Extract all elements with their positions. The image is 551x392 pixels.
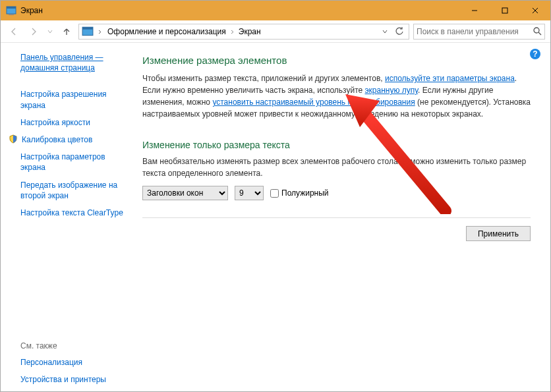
svg-rect-8 [82,27,93,29]
svg-line-10 [538,32,541,35]
para-1: Чтобы изменить размер текста, приложений… [142,72,531,120]
back-button[interactable] [6,24,22,40]
apply-button[interactable]: Применить [466,226,531,241]
breadcrumb-seg-1[interactable]: Оформление и персонализация [105,26,229,38]
content: ? Изменение размера элементов Чтобы изме… [136,43,550,391]
breadcrumb: Оформление и персонализация Экран [105,26,264,38]
bold-checkbox-label[interactable]: Полужирный [270,188,329,198]
refresh-button[interactable] [393,25,406,38]
sidebar-item-cleartype[interactable]: Настройка текста ClearType [20,208,129,218]
arrow-up-icon [62,27,71,36]
sidebar: Панель управления — домашняя страница На… [1,43,136,391]
sidebar-item-project[interactable]: Передать изображение на второй экран [20,180,129,201]
shield-icon [9,134,18,144]
svg-rect-4 [502,8,508,13]
chevron-down-icon [47,29,53,34]
close-icon [532,7,538,14]
link-custom-scaling[interactable]: установить настраиваемый уровень масштаб… [212,98,415,107]
bold-checkbox[interactable] [270,189,279,198]
window-title: Экран [20,6,43,15]
control-panel-icon [82,26,94,38]
minimize-button[interactable] [459,1,490,20]
recent-button[interactable] [45,24,55,40]
search-input[interactable] [414,27,530,36]
svg-rect-1 [7,7,16,9]
breadcrumb-sep [230,27,235,36]
address-dropdown[interactable] [378,25,392,38]
sidebar-item-resolution[interactable]: Настройка разрешения экрана [20,89,129,110]
link-display-settings[interactable]: используйте эти параметры экрана [385,74,515,83]
sidebar-item-brightness[interactable]: Настройка яркости [20,117,129,128]
search-button[interactable] [530,27,544,36]
chevron-down-icon [382,29,388,34]
maximize-icon [502,7,508,14]
chevron-right-icon [98,30,102,34]
svg-text:?: ? [533,49,537,59]
heading-resize-elements: Изменение размера элементов [142,55,531,66]
select-ui-element[interactable]: Заголовки окон [142,186,228,200]
para-2: Вам необязательно изменять размер всех э… [142,155,531,179]
breadcrumb-seg-2[interactable]: Экран [236,26,264,38]
arrow-left-icon [9,27,18,36]
arrow-right-icon [29,27,38,36]
chevron-right-icon [230,30,235,34]
seealso-heading: См. также [20,328,129,350]
text-size-controls: Заголовки окон 9 Полужирный [142,186,531,200]
heading-text-only: Изменение только размера текста [142,140,531,150]
link-magnifier[interactable]: экранную лупу [365,86,419,95]
search-icon [533,27,542,36]
up-button[interactable] [59,24,74,40]
maximize-button[interactable] [490,1,520,20]
dropdown-toggle[interactable] [96,27,103,36]
refresh-icon [395,27,404,36]
help-button[interactable]: ? [529,48,541,60]
seealso-personalization[interactable]: Персонализация [20,357,129,368]
sidebar-item-display-settings[interactable]: Настройка параметров экрана [20,152,129,173]
seealso-devices[interactable]: Устройства и принтеры [20,374,129,385]
navbar: Оформление и персонализация Экран [1,20,550,43]
minimize-icon [471,7,478,14]
titlebar: Экран [1,1,550,20]
divider [142,217,531,218]
app-icon [6,5,16,16]
svg-point-9 [534,28,539,33]
close-button[interactable] [520,1,550,20]
forward-button[interactable] [26,24,42,40]
sidebar-item-calibration[interactable]: Калибровка цветов [22,134,92,145]
address-bar[interactable]: Оформление и персонализация Экран [78,24,409,40]
svg-rect-2 [9,14,14,15]
sidebar-home[interactable]: Панель управления — домашняя страница [20,52,129,73]
select-font-size[interactable]: 9 [235,186,264,200]
search-box[interactable] [413,24,545,40]
